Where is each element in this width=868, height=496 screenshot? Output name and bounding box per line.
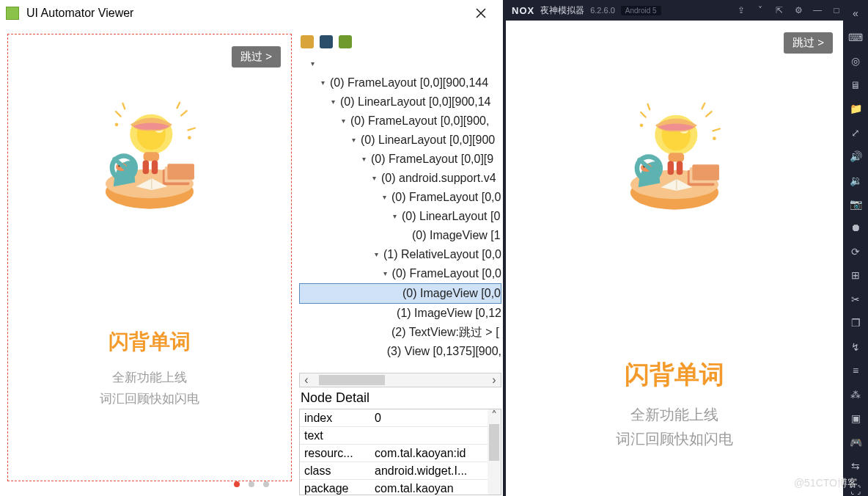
controller-icon[interactable]: 🎮 bbox=[848, 436, 863, 448]
tree-node[interactable]: ▾(0) FrameLayout [0,0][900,144 bbox=[299, 73, 501, 92]
scroll-up-icon[interactable]: ˄ bbox=[491, 409, 497, 423]
tree-node[interactable]: (0) ImageView [0,0 bbox=[299, 283, 501, 304]
app-splash-preview: 跳过 > 闪背单词 全新功能上线 词汇回顾快如闪电 bbox=[8, 34, 291, 481]
close-icon bbox=[475, 7, 487, 19]
menu-icon[interactable]: « bbox=[848, 7, 863, 19]
detail-row[interactable]: index0 bbox=[300, 409, 501, 427]
watermark: @51CTO博客 bbox=[794, 477, 858, 490]
my-computer-icon[interactable]: 🖥 bbox=[848, 79, 863, 90]
uiav-window: UI Automator Viewer 跳过 > 闪背单词 全新功能上线 词汇回… bbox=[0, 0, 503, 496]
detail-row[interactable]: classandroid.widget.I... bbox=[300, 462, 501, 480]
nox-version: 6.2.6.0 bbox=[590, 6, 615, 15]
location-icon[interactable]: ◎ bbox=[848, 55, 863, 67]
gear-icon[interactable]: ⚙ bbox=[792, 4, 805, 17]
skip-button[interactable]: 跳过 > bbox=[784, 32, 833, 54]
app-favicon-icon bbox=[6, 7, 19, 20]
lightbulb-illustration-icon bbox=[54, 101, 245, 211]
tree-node[interactable]: ▾(0) LinearLayout [0,0][900 bbox=[299, 131, 501, 150]
page-dot[interactable] bbox=[249, 481, 254, 487]
folder-icon[interactable]: 📁 bbox=[848, 103, 863, 114]
node-detail-table: ˄ index0textresourc...com.tal.kaoyan:idc… bbox=[299, 409, 501, 495]
screenshot-icon[interactable]: 📷 bbox=[848, 198, 863, 210]
scroll-right-icon[interactable]: › bbox=[488, 373, 501, 387]
tree-node[interactable]: ▾(0) android.support.v4 bbox=[299, 169, 501, 188]
shake-icon[interactable]: ↯ bbox=[848, 341, 863, 353]
scissors-icon[interactable]: ✂ bbox=[848, 293, 863, 305]
more-icon[interactable]: ≡ bbox=[848, 365, 863, 376]
nox-name: 夜神模拟器 bbox=[540, 4, 584, 17]
nox-android-tag: Android 5 bbox=[621, 6, 661, 15]
vertical-scrollbar[interactable]: ˄ bbox=[488, 409, 501, 495]
detail-value: com.tal.kaoyan:id bbox=[370, 445, 501, 462]
tree-node[interactable]: (3) View [0,1375][900, bbox=[299, 342, 501, 361]
rotate-icon[interactable]: ⟳ bbox=[848, 246, 863, 258]
tree-node[interactable]: ▾(1) RelativeLayout [0,0 bbox=[299, 245, 501, 264]
tree-node[interactable]: ▾ bbox=[299, 54, 501, 73]
splash-sub1: 全新功能上线 bbox=[506, 405, 843, 425]
apk-install-icon[interactable]: ⊞ bbox=[848, 269, 863, 281]
toolbar-icon[interactable] bbox=[320, 35, 333, 48]
back-icon[interactable]: ⇆ bbox=[848, 460, 863, 472]
nox-emulator-window: NOX 夜神模拟器 6.2.6.0 Android 5 ⇪ ˅ ⇱ ⚙ — □ … bbox=[506, 0, 868, 496]
keyboard-icon[interactable]: ⌨ bbox=[848, 31, 863, 43]
tree-node[interactable]: ▾(0) FrameLayout [0,0 bbox=[299, 188, 501, 207]
detail-value: com.tal.kaoyan bbox=[370, 481, 501, 496]
detail-row[interactable]: packagecom.tal.kaoyan bbox=[300, 480, 501, 495]
nox-logo: NOX bbox=[512, 5, 534, 16]
tree-node[interactable]: (1) ImageView [0,12 bbox=[299, 304, 501, 323]
toolbar-icon[interactable] bbox=[301, 35, 314, 48]
detail-value: 0 bbox=[370, 410, 501, 426]
tree-node[interactable]: ▾(0) FrameLayout [0,0][900, bbox=[299, 112, 501, 131]
horizontal-scrollbar[interactable]: ‹ › bbox=[299, 373, 501, 387]
tree-node[interactable]: ▾(0) LinearLayout [0,0][900,14 bbox=[299, 92, 501, 112]
window-close-button[interactable] bbox=[465, 1, 497, 26]
app-splash: 跳过 > 闪背单词 全新功能上线 词汇回顾快如闪电 bbox=[506, 21, 843, 496]
scroll-left-icon[interactable]: ‹ bbox=[300, 373, 313, 387]
detail-key: resourc... bbox=[300, 445, 370, 462]
detail-row[interactable]: resourc...com.tal.kaoyan:id bbox=[300, 445, 501, 462]
tree-node[interactable]: (2) TextView:跳过 > [ bbox=[299, 323, 501, 342]
detail-key: index bbox=[300, 410, 370, 426]
detail-key: class bbox=[300, 463, 370, 479]
chevron-down-icon[interactable]: ˅ bbox=[754, 4, 767, 17]
pin-icon[interactable]: ⇪ bbox=[735, 4, 748, 17]
ui-hierarchy-tree[interactable]: ▾▾(0) FrameLayout [0,0][900,144▾(0) Line… bbox=[299, 50, 501, 373]
record-icon[interactable]: ▣ bbox=[848, 412, 863, 424]
hierarchy-pane: ▾▾(0) FrameLayout [0,0][900,144▾(0) Line… bbox=[299, 34, 501, 496]
fullscreen-icon[interactable]: ⤢ bbox=[848, 126, 863, 138]
share-icon[interactable]: ⇱ bbox=[773, 4, 786, 17]
volume-up-icon[interactable]: 🔊 bbox=[848, 150, 863, 162]
tree-node[interactable]: (0) ImageView [1 bbox=[299, 226, 501, 245]
page-dot[interactable] bbox=[234, 481, 240, 487]
nox-sidebar: « ⌨ ◎ 🖥 📁 ⤢ 🔊 🔉 📷 ⏺ ⟳ ⊞ ✂ ❐ ↯ ≡ ⁂ ▣ 🎮 ⇆ … bbox=[843, 0, 868, 496]
detail-value bbox=[370, 434, 501, 437]
loading-icon[interactable]: ⁂ bbox=[848, 389, 863, 401]
toolbar-icon[interactable] bbox=[339, 35, 352, 48]
uiav-titlebar: UI Automator Viewer bbox=[0, 0, 503, 26]
nox-titlebar: NOX 夜神模拟器 6.2.6.0 Android 5 ⇪ ˅ ⇱ ⚙ — □ … bbox=[506, 0, 868, 21]
scroll-thumb[interactable] bbox=[489, 424, 499, 461]
splash-sub2: 词汇回顾快如闪电 bbox=[506, 429, 843, 449]
detail-value: android.widget.I... bbox=[370, 463, 501, 479]
detail-row[interactable]: text bbox=[300, 427, 501, 445]
skip-button[interactable]: 跳过 > bbox=[232, 46, 281, 68]
lightbulb-illustration-icon bbox=[557, 101, 792, 211]
detail-key: package bbox=[300, 481, 370, 496]
scroll-thumb[interactable] bbox=[319, 375, 385, 385]
splash-sub2: 词汇回顾快如闪电 bbox=[8, 390, 291, 407]
tree-node[interactable]: ▾(0) FrameLayout [0,0 bbox=[299, 264, 501, 283]
tree-toolbar bbox=[299, 34, 501, 50]
splash-title: 闪背单词 bbox=[506, 358, 843, 392]
tree-node[interactable]: ▾(0) FrameLayout [0,0][9 bbox=[299, 150, 501, 169]
minimize-button[interactable]: — bbox=[811, 4, 824, 17]
multi-instance-icon[interactable]: ❐ bbox=[848, 317, 863, 329]
emulator-screen[interactable]: 跳过 > 闪背单词 全新功能上线 词汇回顾快如闪电 bbox=[506, 21, 843, 496]
splash-sub1: 全新功能上线 bbox=[8, 369, 291, 386]
page-dot[interactable] bbox=[263, 481, 269, 487]
detail-key: text bbox=[300, 428, 370, 444]
tree-node[interactable]: ▾(0) LinearLayout [0 bbox=[299, 207, 501, 226]
device-screenshot-pane[interactable]: 跳过 > 闪背单词 全新功能上线 词汇回顾快如闪电 bbox=[7, 34, 292, 481]
volume-down-icon[interactable]: 🔉 bbox=[848, 174, 863, 186]
maximize-button[interactable]: □ bbox=[830, 4, 843, 17]
video-record-icon[interactable]: ⏺ bbox=[848, 222, 863, 233]
